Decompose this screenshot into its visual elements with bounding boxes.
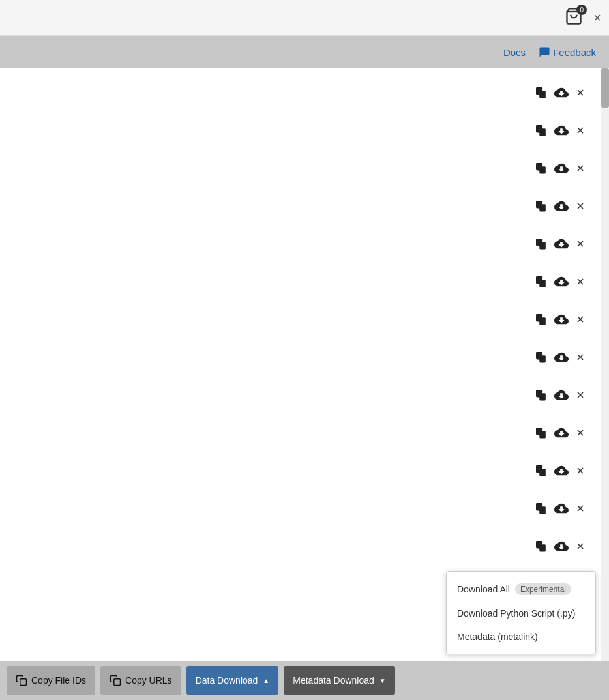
file-remove-icon-12[interactable] bbox=[575, 503, 586, 514]
file-copy-icon-5[interactable] bbox=[535, 237, 548, 250]
file-row bbox=[518, 263, 602, 300]
file-copy-icon-4[interactable] bbox=[535, 199, 548, 212]
file-list bbox=[518, 68, 602, 608]
close-top-button[interactable]: × bbox=[593, 10, 601, 25]
file-cloud-icon-4[interactable] bbox=[554, 199, 569, 213]
file-row bbox=[518, 74, 602, 111]
copy-urls-button[interactable]: Copy URLs bbox=[100, 666, 181, 695]
file-row bbox=[518, 376, 602, 414]
file-copy-icon-12[interactable] bbox=[535, 502, 548, 515]
file-row bbox=[518, 187, 602, 225]
file-row bbox=[518, 527, 602, 565]
file-copy-icon-8[interactable] bbox=[535, 351, 548, 364]
data-download-caret: ▲ bbox=[263, 677, 269, 684]
copy-urls-icon bbox=[110, 675, 121, 686]
file-row bbox=[518, 149, 602, 187]
file-copy-icon-3[interactable] bbox=[535, 162, 548, 175]
bottom-bar: Copy File IDs Copy URLs Data Download ▲ … bbox=[0, 661, 609, 700]
file-remove-icon-2[interactable] bbox=[575, 125, 586, 136]
svg-rect-10 bbox=[537, 164, 542, 171]
file-cloud-icon-2[interactable] bbox=[554, 123, 569, 138]
svg-rect-50 bbox=[537, 542, 542, 549]
file-copy-icon-11[interactable] bbox=[535, 464, 548, 477]
file-cloud-icon-1[interactable] bbox=[554, 85, 569, 100]
metadata-metalink-item[interactable]: Metadata (metalink) bbox=[447, 625, 595, 649]
experimental-badge: Experimental bbox=[515, 583, 571, 595]
file-cloud-icon-12[interactable] bbox=[554, 501, 569, 516]
svg-rect-6 bbox=[537, 126, 542, 133]
svg-rect-26 bbox=[537, 315, 542, 322]
file-cloud-icon-9[interactable] bbox=[554, 388, 569, 402]
file-copy-icon-10[interactable] bbox=[535, 426, 548, 439]
file-row bbox=[518, 111, 602, 149]
file-cloud-icon-10[interactable] bbox=[554, 426, 569, 440]
svg-rect-34 bbox=[537, 390, 542, 398]
svg-rect-30 bbox=[537, 353, 542, 360]
file-remove-icon-11[interactable] bbox=[575, 465, 586, 476]
file-cloud-icon-13[interactable] bbox=[554, 539, 569, 553]
file-row bbox=[518, 414, 602, 452]
file-row bbox=[518, 225, 602, 263]
feedback-link[interactable]: Feedback bbox=[539, 46, 596, 58]
file-remove-icon-6[interactable] bbox=[575, 276, 586, 287]
svg-rect-58 bbox=[114, 679, 121, 686]
file-copy-icon-9[interactable] bbox=[535, 388, 548, 401]
download-python-item[interactable]: Download Python Script (.py) bbox=[447, 602, 595, 625]
download-all-item[interactable]: Download All Experimental bbox=[447, 577, 595, 602]
file-row bbox=[518, 300, 602, 338]
data-download-button[interactable]: Data Download ▲ bbox=[186, 666, 279, 695]
scrollbar-track[interactable] bbox=[601, 68, 609, 661]
file-remove-icon-7[interactable] bbox=[575, 314, 586, 325]
file-remove-icon-9[interactable] bbox=[575, 390, 586, 400]
left-panel bbox=[0, 68, 518, 661]
svg-rect-46 bbox=[537, 504, 542, 511]
file-remove-icon-1[interactable] bbox=[575, 87, 586, 98]
file-cloud-icon-7[interactable] bbox=[554, 312, 569, 327]
scrollbar-thumb[interactable] bbox=[601, 68, 609, 108]
metadata-download-button[interactable]: Metadata Download ▼ bbox=[284, 666, 394, 695]
file-row bbox=[518, 489, 602, 527]
file-remove-icon-3[interactable] bbox=[575, 163, 586, 173]
header-bar: Docs Feedback bbox=[0, 36, 609, 68]
svg-rect-22 bbox=[537, 277, 542, 284]
svg-rect-14 bbox=[537, 201, 542, 209]
metadata-download-caret: ▼ bbox=[379, 677, 386, 684]
file-row bbox=[518, 338, 602, 376]
svg-rect-42 bbox=[537, 466, 542, 473]
file-cloud-icon-8[interactable] bbox=[554, 350, 569, 364]
file-cloud-icon-5[interactable] bbox=[554, 237, 569, 251]
file-cloud-icon-3[interactable] bbox=[554, 161, 569, 175]
file-remove-icon-10[interactable] bbox=[575, 428, 586, 438]
copy-file-ids-button[interactable]: Copy File IDs bbox=[7, 666, 95, 695]
svg-rect-57 bbox=[20, 679, 27, 686]
file-cloud-icon-6[interactable] bbox=[554, 274, 569, 289]
top-bar: 0 × bbox=[0, 0, 609, 36]
feedback-icon bbox=[539, 46, 550, 58]
svg-rect-38 bbox=[537, 428, 542, 435]
file-copy-icon-1[interactable] bbox=[535, 86, 548, 99]
file-copy-icon-2[interactable] bbox=[535, 124, 548, 137]
copy-file-ids-icon bbox=[16, 675, 27, 686]
file-row bbox=[518, 452, 602, 489]
file-copy-icon-6[interactable] bbox=[535, 275, 548, 288]
file-copy-icon-13[interactable] bbox=[535, 540, 548, 553]
file-remove-icon-5[interactable] bbox=[575, 239, 586, 249]
dropdown-popup: Download All Experimental Download Pytho… bbox=[446, 571, 596, 654]
svg-rect-2 bbox=[537, 88, 542, 95]
cart-badge: 0 bbox=[576, 5, 587, 15]
docs-link[interactable]: Docs bbox=[503, 47, 526, 58]
file-cloud-icon-11[interactable] bbox=[554, 463, 569, 478]
svg-rect-18 bbox=[537, 239, 542, 246]
file-remove-icon-4[interactable] bbox=[575, 201, 586, 211]
file-remove-icon-13[interactable] bbox=[575, 541, 586, 551]
file-copy-icon-7[interactable] bbox=[535, 313, 548, 326]
file-remove-icon-8[interactable] bbox=[575, 352, 586, 362]
cart-icon-wrap[interactable]: 0 bbox=[565, 7, 583, 28]
